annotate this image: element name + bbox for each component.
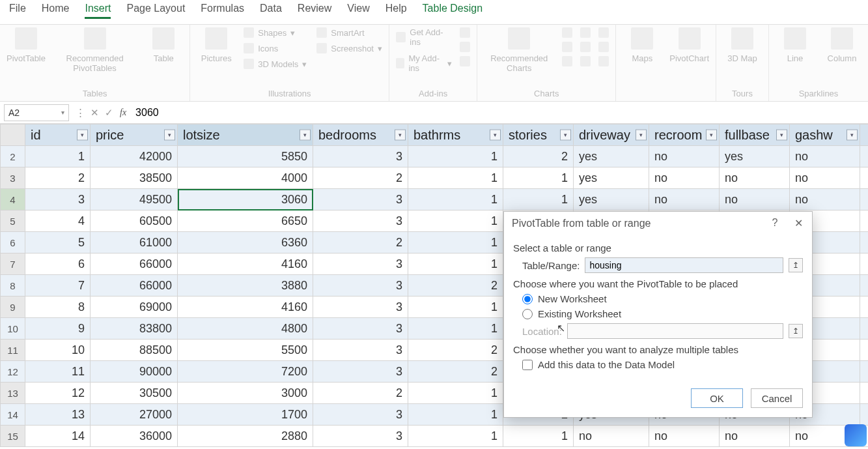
cell[interactable]: 69000 bbox=[91, 297, 178, 318]
row-header[interactable]: 2 bbox=[1, 146, 25, 167]
radio-new-worksheet[interactable] bbox=[522, 294, 533, 304]
ribbon-table[interactable]: Table bbox=[144, 27, 183, 63]
cell[interactable]: no bbox=[790, 146, 860, 167]
chart-type-icon-9[interactable] bbox=[598, 56, 609, 66]
cell[interactable]: 11 bbox=[25, 361, 91, 383]
cell[interactable]: 6 bbox=[25, 253, 91, 275]
cell[interactable]: yes bbox=[574, 167, 649, 189]
cell[interactable]: yes bbox=[574, 189, 649, 210]
ribbon-line[interactable]: Line bbox=[776, 27, 815, 63]
cell[interactable]: 3 bbox=[313, 404, 408, 426]
filter-icon[interactable]: ▾ bbox=[300, 130, 311, 141]
cell[interactable]: no bbox=[649, 146, 720, 167]
column-header[interactable]: id▾ bbox=[25, 124, 91, 146]
row-header[interactable]: 11 bbox=[1, 340, 25, 361]
menu-help[interactable]: Help bbox=[385, 3, 407, 19]
ribbon-icons[interactable]: Icons bbox=[244, 43, 309, 53]
ribbon-recommended-charts[interactable]: Recommended Charts bbox=[484, 27, 554, 73]
ribbon-pivottable[interactable]: PivotTable bbox=[7, 27, 46, 63]
cell[interactable]: no bbox=[649, 189, 720, 210]
accept-formula-icon[interactable]: ✓ bbox=[102, 107, 116, 119]
checkbox-data-model[interactable] bbox=[522, 360, 533, 370]
filter-icon[interactable]: ▾ bbox=[77, 130, 88, 141]
cell[interactable]: no bbox=[790, 167, 860, 189]
chart-type-icon-3[interactable] bbox=[562, 56, 572, 66]
ribbon-3d-map[interactable]: 3D Map bbox=[723, 27, 762, 63]
column-header[interactable]: bathrms▾ bbox=[408, 124, 503, 146]
help-icon[interactable]: ? bbox=[769, 217, 781, 229]
cell[interactable]: 3 bbox=[313, 340, 408, 361]
cell[interactable]: 5850 bbox=[178, 146, 313, 167]
row-header[interactable]: 3 bbox=[1, 167, 25, 189]
cell[interactable]: 7 bbox=[25, 275, 91, 297]
column-header[interactable]: fullbase▾ bbox=[720, 124, 790, 146]
chart-type-icon-1[interactable] bbox=[562, 27, 572, 38]
filter-icon[interactable]: ▾ bbox=[847, 130, 858, 141]
chart-type-icon-8[interactable] bbox=[598, 42, 609, 52]
cell[interactable]: 5 bbox=[25, 232, 91, 253]
cell[interactable]: 2880 bbox=[178, 426, 313, 447]
cell[interactable]: 3 bbox=[25, 189, 91, 210]
cell[interactable]: 3 bbox=[313, 275, 408, 297]
cell[interactable]: 1 bbox=[408, 318, 503, 340]
ribbon-my-addins[interactable]: My Add-ins ▾ bbox=[396, 53, 452, 73]
cancel-formula-icon[interactable]: ✕ bbox=[87, 107, 102, 119]
chart-type-icon-6[interactable] bbox=[580, 56, 591, 66]
column-header[interactable]: lotsize▾ bbox=[178, 124, 313, 146]
menu-file[interactable]: File bbox=[9, 3, 26, 19]
range-select-icon[interactable]: ↥ bbox=[789, 258, 803, 272]
chart-type-icon-2[interactable] bbox=[562, 42, 572, 52]
cell[interactable]: 1 bbox=[503, 189, 574, 210]
row-header[interactable]: 10 bbox=[1, 318, 25, 340]
cell[interactable]: 7200 bbox=[178, 361, 313, 383]
cell[interactable]: 3 bbox=[313, 361, 408, 383]
addin-icon-3[interactable] bbox=[460, 56, 470, 66]
cell[interactable]: 4160 bbox=[178, 297, 313, 318]
cell[interactable]: 2 bbox=[408, 275, 503, 297]
table-range-input[interactable] bbox=[585, 257, 783, 273]
addin-icon-2[interactable] bbox=[460, 42, 470, 52]
cell[interactable]: 14 bbox=[25, 426, 91, 447]
cell[interactable]: 13 bbox=[25, 404, 91, 426]
cell[interactable]: 1700 bbox=[178, 404, 313, 426]
cancel-button[interactable]: Cancel bbox=[751, 388, 803, 408]
filter-icon[interactable]: ▾ bbox=[560, 130, 571, 141]
menu-table-design[interactable]: Table Design bbox=[423, 3, 483, 19]
menu-page-layout[interactable]: Page Layout bbox=[126, 3, 185, 19]
ribbon-screenshot[interactable]: Screenshot ▾ bbox=[316, 43, 382, 53]
radio-existing-worksheet[interactable] bbox=[522, 309, 533, 319]
row-header[interactable]: 7 bbox=[1, 253, 25, 275]
cell[interactable]: 49500 bbox=[91, 189, 178, 210]
cell[interactable]: no bbox=[790, 189, 860, 210]
cell[interactable]: 10 bbox=[25, 340, 91, 361]
column-header[interactable]: price▾ bbox=[91, 124, 178, 146]
column-header[interactable]: driveway▾ bbox=[574, 124, 649, 146]
cell[interactable]: 2 bbox=[408, 340, 503, 361]
row-header[interactable]: 14 bbox=[1, 404, 25, 426]
ribbon-smartart[interactable]: SmartArt bbox=[316, 27, 382, 38]
menu-view[interactable]: View bbox=[347, 3, 369, 19]
cell[interactable]: yes bbox=[720, 146, 790, 167]
cell[interactable]: 27000 bbox=[91, 404, 178, 426]
cell[interactable]: 1 bbox=[408, 426, 503, 447]
fx-icon[interactable]: fx bbox=[120, 108, 126, 118]
ribbon-column[interactable]: Column bbox=[822, 27, 861, 63]
filter-icon[interactable]: ▾ bbox=[706, 130, 717, 141]
cell[interactable]: 3000 bbox=[178, 383, 313, 404]
cell[interactable]: 1 bbox=[408, 383, 503, 404]
cell[interactable]: 38500 bbox=[91, 167, 178, 189]
cell[interactable]: yes bbox=[574, 146, 649, 167]
column-header[interactable]: gashw▾ bbox=[790, 124, 860, 146]
ribbon-pivotchart[interactable]: PivotChart bbox=[669, 27, 709, 63]
cell[interactable]: 6650 bbox=[178, 210, 313, 232]
cell[interactable]: 3 bbox=[313, 253, 408, 275]
cell[interactable]: 88500 bbox=[91, 340, 178, 361]
cell[interactable]: 9 bbox=[25, 318, 91, 340]
cell[interactable]: 3 bbox=[313, 318, 408, 340]
row-header[interactable]: 5 bbox=[1, 210, 25, 232]
range-select-icon-2[interactable]: ↥ bbox=[789, 324, 803, 338]
cell[interactable]: 2 bbox=[25, 167, 91, 189]
corner-cell[interactable] bbox=[1, 124, 25, 146]
menu-data[interactable]: Data bbox=[260, 3, 282, 19]
cell[interactable]: 3 bbox=[313, 297, 408, 318]
